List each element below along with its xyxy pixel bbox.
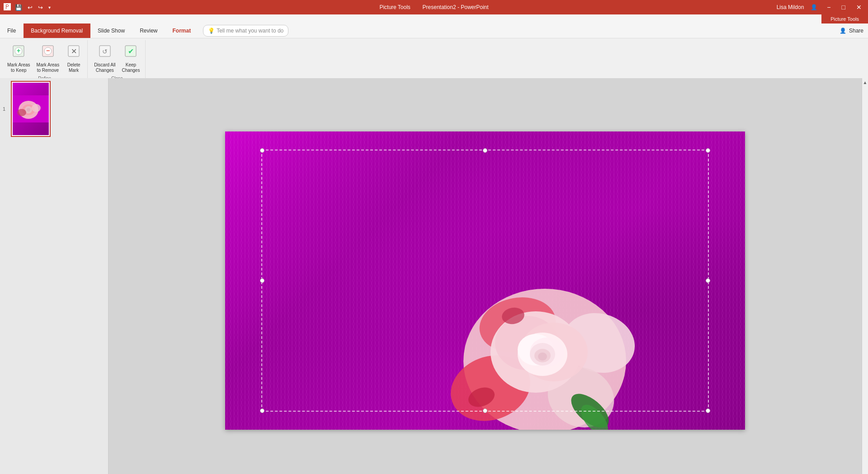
handle-mid-right[interactable] bbox=[706, 278, 710, 283]
delete-mark-icon: ✕ bbox=[66, 44, 81, 61]
slide-canvas bbox=[225, 131, 745, 430]
share-area: 👤 Share bbox=[840, 23, 868, 38]
ribbon-tabs-row: File Background Removal Slide Show Revie… bbox=[0, 23, 868, 38]
delete-mark-button[interactable]: ✕ DeleteMark bbox=[63, 42, 85, 75]
handle-mid-left[interactable] bbox=[260, 278, 264, 283]
close-buttons: ↺ Discard AllChanges ✔ KeepChanges bbox=[91, 40, 142, 75]
title-bar-center: Picture Tools Presentation2 - PowerPoint bbox=[379, 4, 488, 10]
svg-text:✕: ✕ bbox=[71, 47, 77, 55]
tell-me-text: Tell me what you want to do bbox=[217, 28, 283, 34]
mark-areas-keep-button[interactable]: + Mark Areasto Keep bbox=[5, 42, 33, 75]
tab-format[interactable]: Format bbox=[165, 23, 198, 38]
user-name: Lisa Mildon bbox=[777, 4, 804, 10]
mark-areas-keep-icon: + bbox=[11, 44, 26, 61]
tab-background-removal[interactable]: Background Removal bbox=[24, 23, 90, 38]
handle-top-right[interactable] bbox=[706, 148, 710, 153]
title-bar: 🅿 💾 ↩ ↪ ▾ Picture Tools Presentation2 - … bbox=[0, 0, 868, 14]
ribbon-group-close: ↺ Discard AllChanges ✔ KeepChanges Close bbox=[89, 40, 146, 78]
slide-number-1: 1 bbox=[3, 106, 9, 112]
mark-areas-remove-icon: − bbox=[41, 44, 55, 61]
slide-1-thumbnail[interactable] bbox=[11, 81, 51, 137]
ribbon-context-row: Picture Tools bbox=[0, 14, 868, 23]
svg-text:−: − bbox=[46, 47, 50, 54]
picture-tools-label-title: Picture Tools bbox=[379, 4, 410, 10]
quick-access-more[interactable]: ▾ bbox=[47, 4, 52, 11]
handle-bot-right[interactable] bbox=[706, 408, 710, 413]
person-share-icon: 👤 bbox=[840, 28, 846, 34]
tab-slide-show[interactable]: Slide Show bbox=[90, 23, 132, 38]
main-area: 1 bbox=[0, 78, 868, 474]
share-icon[interactable]: 👤 bbox=[809, 3, 819, 11]
svg-point-17 bbox=[17, 109, 26, 116]
slide-1-preview bbox=[13, 83, 49, 135]
svg-text:+: + bbox=[17, 47, 20, 54]
picture-tools-context-label: Picture Tools bbox=[821, 14, 868, 23]
discard-all-changes-icon: ↺ bbox=[98, 44, 112, 61]
slide-thumb-rose bbox=[13, 95, 49, 122]
handle-bot-center[interactable] bbox=[483, 408, 487, 413]
minimize-button[interactable]: − bbox=[824, 3, 833, 12]
handle-top-left[interactable] bbox=[260, 148, 264, 153]
refine-buttons: + Mark Areasto Keep − Mark Areasto Remov… bbox=[5, 40, 85, 75]
keep-changes-button[interactable]: ✔ KeepChanges bbox=[119, 42, 142, 75]
discard-all-changes-button[interactable]: ↺ Discard AllChanges bbox=[91, 42, 118, 75]
ribbon-top-left bbox=[0, 14, 821, 23]
right-scrollbar: ▲ ▼ bbox=[862, 78, 868, 474]
mark-areas-keep-label: Mark Areasto Keep bbox=[7, 62, 30, 73]
close-button[interactable]: ✕ bbox=[854, 3, 864, 12]
quick-access-undo[interactable]: ↩ bbox=[26, 3, 34, 12]
handle-bot-left[interactable] bbox=[260, 408, 264, 413]
quick-access-save[interactable]: 💾 bbox=[14, 3, 24, 12]
quick-access-redo[interactable]: ↪ bbox=[37, 3, 44, 12]
title-bar-right: Lisa Mildon 👤 − □ ✕ bbox=[777, 3, 864, 12]
mark-areas-remove-button[interactable]: − Mark Areasto Remove bbox=[34, 42, 62, 75]
selection-box bbox=[261, 150, 709, 412]
tell-me-box[interactable]: 💡 Tell me what you want to do bbox=[203, 25, 288, 37]
keep-changes-label: KeepChanges bbox=[122, 62, 140, 73]
scroll-up-arrow[interactable]: ▲ bbox=[863, 78, 868, 87]
canvas-area[interactable] bbox=[108, 78, 862, 474]
svg-text:✔: ✔ bbox=[128, 47, 134, 55]
share-label[interactable]: Share bbox=[849, 28, 863, 34]
svg-point-16 bbox=[27, 108, 30, 112]
ribbon-group-refine: + Mark Areasto Keep − Mark Areasto Remov… bbox=[2, 40, 88, 78]
svg-point-18 bbox=[32, 104, 41, 112]
handle-top-center[interactable] bbox=[483, 148, 487, 153]
lightbulb-icon: 💡 bbox=[208, 28, 215, 34]
delete-mark-label: DeleteMark bbox=[67, 62, 80, 73]
discard-all-changes-label: Discard AllChanges bbox=[94, 62, 115, 73]
svg-text:↺: ↺ bbox=[102, 48, 108, 55]
mark-areas-remove-label: Mark Areasto Remove bbox=[37, 62, 60, 73]
powerpoint-logo-icon: 🅿 bbox=[4, 3, 11, 11]
tab-review[interactable]: Review bbox=[132, 23, 165, 38]
slide-1-container: 1 bbox=[3, 81, 105, 137]
title-bar-left: 🅿 💾 ↩ ↪ ▾ bbox=[4, 3, 52, 12]
restore-button[interactable]: □ bbox=[839, 3, 848, 12]
tab-file[interactable]: File bbox=[0, 23, 24, 38]
keep-changes-icon: ✔ bbox=[123, 44, 138, 61]
file-name-title: Presentation2 - PowerPoint bbox=[423, 4, 489, 10]
slide-panel: 1 bbox=[0, 78, 108, 474]
ribbon-content: + Mark Areasto Keep − Mark Areasto Remov… bbox=[0, 38, 868, 78]
